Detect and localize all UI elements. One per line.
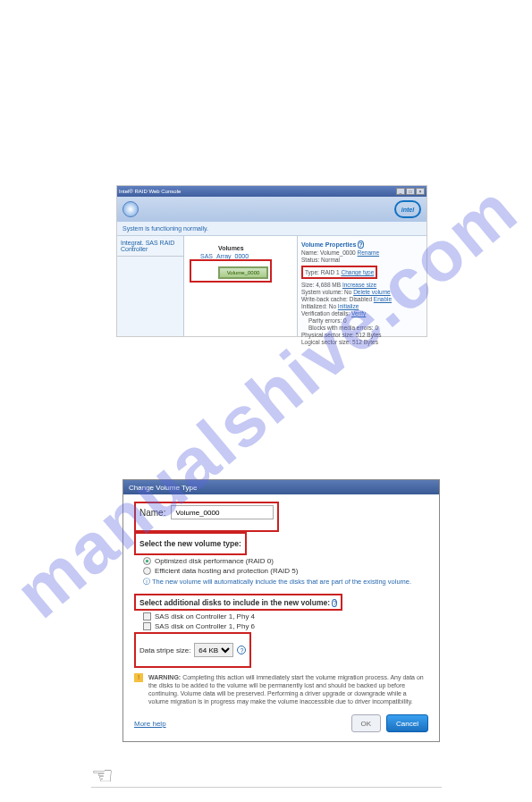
stripe-label: Data stripe size:: [139, 646, 190, 654]
dialog-title: Change Volume Type: [123, 480, 439, 494]
help-icon[interactable]: ?: [237, 646, 246, 654]
disk2-checkbox[interactable]: [143, 622, 151, 630]
window-titlebar: Intel® RAID Web Console _ □ ×: [117, 186, 426, 197]
prop-parity: Parity errors: 0: [301, 317, 423, 324]
minimize-icon[interactable]: _: [396, 188, 405, 195]
ok-button[interactable]: OK: [351, 714, 382, 732]
delete-volume-link[interactable]: Delete volume: [353, 289, 391, 295]
raid0-label: Optimized disk performance (RAID 0): [155, 557, 274, 565]
disk2-label: SAS disk on Controller 1, Phy 6: [155, 622, 255, 630]
array-name[interactable]: SAS_Array_0000: [200, 253, 291, 259]
prop-type: Type: RAID 1 Change type: [305, 269, 374, 275]
divider: [91, 787, 442, 788]
volume-chip[interactable]: Volume_0000: [218, 266, 268, 279]
change-volume-type-dialog: Change Volume Type Name: Select the new …: [122, 479, 440, 742]
stripe-size-select[interactable]: 64 KB: [194, 643, 233, 657]
volumes-header: Volumes: [218, 245, 291, 251]
highlight-volume-chip: Volume_0000: [190, 259, 272, 283]
section-new-type: Select the new volume type:: [139, 539, 241, 548]
close-icon[interactable]: ×: [416, 188, 425, 195]
window-title: Intel® RAID Web Console: [119, 189, 181, 194]
warning-text: Completing this action will immediately …: [148, 674, 424, 705]
properties-title: Volume Properties ?: [301, 241, 423, 249]
initialize-link[interactable]: Initialize: [338, 303, 359, 309]
prop-wbc: Write-back cache: Disabled Enable: [301, 296, 423, 302]
rename-link[interactable]: Rename: [358, 249, 380, 256]
name-label: Name:: [139, 508, 165, 518]
prop-status: Status: Normal: [301, 257, 423, 263]
auto-include-note: ⓘ The new volume will automatically incl…: [143, 578, 428, 587]
maximize-icon[interactable]: □: [406, 188, 415, 195]
raid5-label: Efficient data hosting and protection (R…: [155, 567, 298, 575]
prop-init: Initialized: No Initialize: [301, 303, 423, 309]
cancel-button[interactable]: Cancel: [386, 714, 428, 732]
back-icon[interactable]: [122, 201, 139, 217]
toolbar: intel: [117, 197, 426, 222]
intel-logo-icon: intel: [394, 200, 421, 218]
prop-sysvol: System volume: No Delete volume: [301, 289, 423, 295]
highlight-adddisks-title: Select additional disks to include in th…: [134, 594, 342, 611]
volumes-pane: Volumes SAS_Array_0000 Volume_0000: [184, 236, 297, 336]
raid-console-screenshot: Intel® RAID Web Console _ □ × intel Syst…: [116, 185, 427, 337]
section-add-disks: Select additional disks to include in th…: [139, 598, 332, 607]
highlight-stripe-row: Data stripe size: 64 KB ?: [134, 632, 251, 668]
increase-size-link[interactable]: Increase size: [342, 282, 376, 288]
properties-pane: Volume Properties ? Name: Volume_0000 Re…: [297, 236, 426, 336]
disk1-checkbox[interactable]: [143, 612, 151, 620]
highlight-change-type: Type: RAID 1 Change type: [301, 266, 377, 279]
prop-blocks: Blocks with media errors: 0: [301, 325, 423, 331]
prop-physsec: Physical sector size: 512 Bytes: [301, 332, 423, 338]
highlight-newtype-title: Select the new volume type:: [134, 532, 247, 555]
raid0-radio[interactable]: [143, 557, 151, 565]
controller-tab[interactable]: Integrat. SAS RAID Controller: [117, 236, 183, 257]
change-type-link[interactable]: Change type: [341, 269, 374, 275]
sidebar: Integrat. SAS RAID Controller: [117, 236, 184, 336]
status-bar: System is functioning normally.: [117, 222, 426, 236]
verify-link[interactable]: Verify: [351, 310, 366, 317]
warning-block: ! WARNING: Completing this action will i…: [134, 673, 428, 705]
volume-name-input[interactable]: [171, 505, 274, 519]
warning-icon: !: [134, 673, 143, 682]
help-icon[interactable]: ?: [332, 599, 337, 607]
raid5-radio[interactable]: [143, 567, 151, 575]
disk1-label: SAS disk on Controller 1, Phy 4: [155, 612, 255, 620]
prop-logsec: Logical sector size: 512 Bytes: [301, 339, 423, 345]
help-icon[interactable]: ?: [358, 241, 363, 249]
prop-size: Size: 4,688 MB Increase size: [301, 282, 423, 288]
enable-wbc-link[interactable]: Enable: [374, 296, 392, 302]
highlight-name-row: Name:: [134, 502, 279, 532]
more-help-link[interactable]: More help: [134, 720, 166, 728]
prop-name: Name: Volume_0000 Rename: [301, 249, 423, 256]
prop-verify: Verification details: Verify: [301, 310, 423, 317]
